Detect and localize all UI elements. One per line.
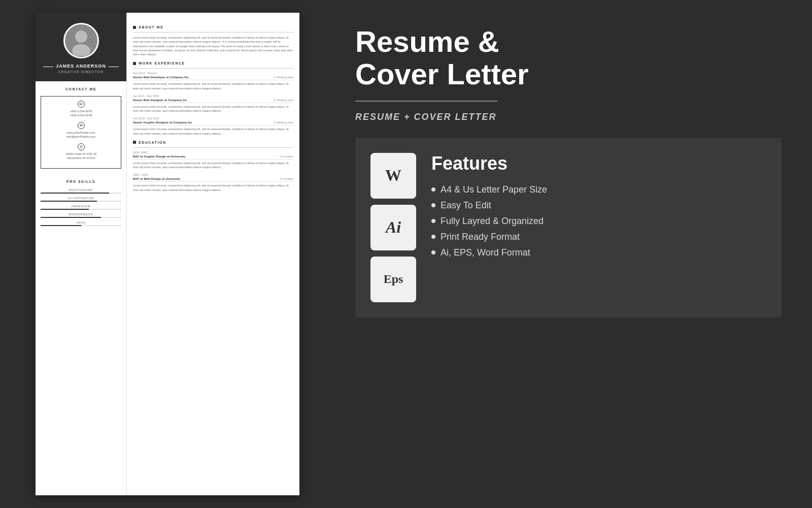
feature-text: Ai, EPS, Word Format xyxy=(441,247,530,258)
edu-degree: BAF in Web Design at University xyxy=(133,177,180,180)
contact-title: CONTACT ME xyxy=(41,87,121,91)
resume-job-title: CREATIVE DIRECTOR xyxy=(58,70,104,74)
feature-item: Print Ready Format xyxy=(431,232,766,242)
illustrator-icon: Ai xyxy=(370,205,416,250)
bullet-icon xyxy=(431,187,435,192)
address-text: 19005 Duke St STE 20 Alexandria VA 22314 xyxy=(65,152,96,161)
skill-name: INDESIGN xyxy=(41,205,121,208)
word-icon: W xyxy=(370,153,416,199)
work-title-row: Senior Graphic Designer at Company Inc ⊙… xyxy=(133,121,293,124)
skill-name: JAVA xyxy=(41,221,121,224)
left-panel: JAMES ANDERSON CREATIVE DIRECTOR CONTACT… xyxy=(0,0,335,508)
right-panel: Resume & Cover Letter RESUME + COVER LET… xyxy=(335,0,812,508)
bullet-icon xyxy=(431,219,435,223)
feature-text: Fully Layred & Organized xyxy=(441,216,544,227)
skill-bar-bg xyxy=(41,225,121,226)
features-content: Features A4 & Us Letter Paper SizeEasy T… xyxy=(431,153,766,302)
phone-text: +000-1234-5678 +000-1234-5678 xyxy=(70,109,92,118)
work-area: ⊙ Working area xyxy=(274,99,293,102)
features-box: W Ai Eps Features A4 & Us Letter Paper S… xyxy=(355,138,782,318)
svg-point-0 xyxy=(75,30,87,43)
feature-item: A4 & Us Letter Paper Size xyxy=(431,184,766,195)
skill-bar-bg xyxy=(41,209,121,210)
skills-list: PHOTOSHOP ILLUSTRATOR INDESIGN WORDPRESS… xyxy=(41,188,121,226)
work-date: Nov 2014 - Present xyxy=(133,72,293,75)
features-list: A4 & Us Letter Paper SizeEasy To EditFul… xyxy=(431,184,766,258)
contact-phone: ☏ +000-1234-5678 +000-1234-5678 xyxy=(44,101,118,118)
work-entry: Jan 2013 - Nov 2014 Senior Web Designer … xyxy=(133,94,293,113)
skill-bar-fill xyxy=(41,209,89,210)
skills-title: PRO SKILLS xyxy=(41,180,121,183)
skill-item: PHOTOSHOP xyxy=(41,188,121,194)
edu-description: Lorem ipsum dolor sit amet, consectetur … xyxy=(133,161,293,170)
work-position: Senior Web Developer at Company Inc xyxy=(133,76,189,79)
skill-item: ILLUSTRATOR xyxy=(41,197,121,202)
skill-bar-fill xyxy=(41,193,109,194)
about-title: ABOUT ME xyxy=(139,25,163,29)
work-title: WORK EXPERIENCE xyxy=(139,61,185,65)
feature-item: Fully Layred & Organized xyxy=(431,216,766,227)
edu-title-row: BAF in Web Design at University ⊙ Locati… xyxy=(133,177,293,180)
edu-date: 2006- 2008 xyxy=(133,151,293,154)
email-text: www.johnParker.com info@johnParker.com xyxy=(66,131,95,139)
resume-left-column: JAMES ANDERSON CREATIVE DIRECTOR CONTACT… xyxy=(36,13,127,495)
edu-description: Lorem ipsum dolor sit amet, consectetur … xyxy=(133,183,293,192)
work-description: Lorem ipsum dolor sit amet, consectetur … xyxy=(133,127,293,136)
edu-entry: 2003 - 2006 BAF in Web Design at Univers… xyxy=(133,173,293,192)
work-position: Senior Web Designer at Company Inc xyxy=(133,99,187,102)
features-heading: Features xyxy=(431,153,766,174)
work-area: ⊙ Working area xyxy=(274,76,293,79)
section-square-icon xyxy=(133,62,136,65)
edu-section-header: EDUCATION xyxy=(133,141,293,144)
phone-icon: ☏ xyxy=(78,101,85,108)
work-entry: Dec 2010 - Dec 2012 Senior Graphic Desig… xyxy=(133,117,293,136)
work-description: Lorem ipsum dolor sit amet, consectetur … xyxy=(133,105,293,113)
edu-title-row: BAF in Graphic Design at University ⊙ Lo… xyxy=(133,155,293,158)
skill-name: ILLUSTRATOR xyxy=(41,197,121,200)
resume-header: JAMES ANDERSON CREATIVE DIRECTOR xyxy=(36,13,126,81)
skill-item: WORDPRESS xyxy=(41,213,121,218)
resume-name: JAMES ANDERSON xyxy=(56,64,106,69)
skill-bar-fill xyxy=(41,201,97,202)
about-text: Lorem ipsum dolor sit amet, consectetur … xyxy=(133,36,293,56)
edu-entries: 2006- 2008 BAF in Graphic Design at Univ… xyxy=(133,151,293,192)
section-square-icon xyxy=(133,26,136,29)
resume-preview: JAMES ANDERSON CREATIVE DIRECTOR CONTACT… xyxy=(36,13,299,495)
work-position: Senior Graphic Designer at Company Inc xyxy=(133,121,192,124)
edu-entry: 2006- 2008 BAF in Graphic Design at Univ… xyxy=(133,151,293,170)
skill-bar-bg xyxy=(41,217,121,218)
skill-item: JAVA xyxy=(41,221,121,226)
work-section-header: WORK EXPERIENCE xyxy=(133,61,293,65)
edu-title: EDUCATION xyxy=(139,141,166,144)
skill-bar-fill xyxy=(41,225,81,226)
skill-name: PHOTOSHOP xyxy=(41,188,121,192)
contact-box: ☏ +000-1234-5678 +000-1234-5678 ✉ www.jo… xyxy=(41,96,121,169)
skill-item: INDESIGN xyxy=(41,205,121,210)
work-title-row: Senior Web Designer at Company Inc ⊙ Wor… xyxy=(133,99,293,102)
bullet-icon xyxy=(431,203,435,207)
about-section-header: ABOUT ME xyxy=(133,25,293,29)
edu-date: 2003 - 2006 xyxy=(133,173,293,176)
work-date: Dec 2010 - Dec 2012 xyxy=(133,117,293,120)
feature-text: A4 & Us Letter Paper Size xyxy=(441,184,547,195)
section-square-icon xyxy=(133,141,136,144)
skills-section: PRO SKILLS PHOTOSHOP ILLUSTRATOR INDESIG… xyxy=(36,175,126,234)
title-divider xyxy=(355,101,497,102)
skill-bar-bg xyxy=(41,193,121,194)
bullet-icon xyxy=(431,250,435,255)
work-title-row: Senior Web Developer at Company Inc ⊙ Wo… xyxy=(133,76,293,79)
work-entry: Nov 2014 - Present Senior Web Developer … xyxy=(133,72,293,90)
skill-bar-fill xyxy=(41,217,101,218)
edu-location: ⊙ Location xyxy=(280,177,293,180)
resume-right-column: ABOUT ME Lorem ipsum dolor sit amet, con… xyxy=(127,13,299,495)
work-description: Lorem ipsum dolor sit amet, consectetur … xyxy=(133,82,293,90)
contact-email: ✉ www.johnParker.com info@johnParker.com xyxy=(44,122,118,139)
product-title: Resume & Cover Letter xyxy=(355,25,782,90)
svg-point-1 xyxy=(72,44,90,56)
contact-address: ⊙ 19005 Duke St STE 20 Alexandria VA 223… xyxy=(44,143,118,161)
feature-text: Print Ready Format xyxy=(441,232,520,242)
work-entries: Nov 2014 - Present Senior Web Developer … xyxy=(133,72,293,136)
feature-item: Ai, EPS, Word Format xyxy=(431,247,766,258)
location-icon: ⊙ xyxy=(78,143,85,150)
email-icon: ✉ xyxy=(78,122,85,129)
